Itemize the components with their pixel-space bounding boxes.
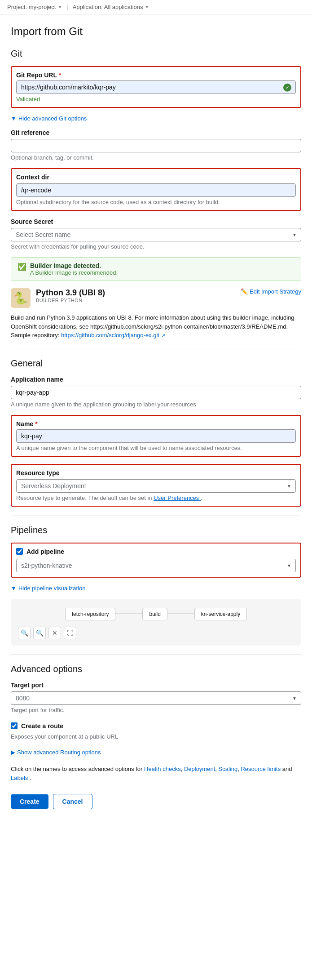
pipeline-select[interactable]: s2i-python-knative	[16, 559, 296, 572]
pipeline-node-build: build	[142, 608, 167, 620]
source-secret-help: Secret with credentials for pulling your…	[11, 243, 301, 250]
zoom-in-button[interactable]: 🔍	[18, 627, 31, 639]
pipeline-node-apply: kn-service-apply	[194, 608, 247, 620]
pipeline-node-fetch: fetch-repository	[65, 608, 116, 620]
cancel-button[interactable]: Cancel	[53, 794, 92, 809]
pipeline-viz-chevron-icon: ▼	[11, 585, 17, 592]
target-port-section: Target port 8080 Target port for traffic…	[11, 682, 301, 713]
health-checks-link[interactable]: Health checks	[144, 766, 181, 772]
source-secret-select[interactable]: Select Secret name	[11, 228, 301, 241]
project-chevron-icon: ▼	[57, 4, 62, 9]
hide-pipeline-viz-label: Hide pipeline visualization	[18, 585, 86, 592]
labels-link[interactable]: Labels	[11, 775, 28, 781]
create-button[interactable]: Create	[11, 794, 48, 809]
git-repo-url-field: Git Repo URL * ✓ Validated	[11, 66, 301, 108]
general-section-title: General	[11, 358, 301, 369]
app-name-label: Application name	[11, 376, 301, 383]
divider-2	[11, 516, 301, 516]
resource-type-field: Resource type Serverless Deployment Depl…	[11, 464, 301, 507]
source-secret-field: Source Secret Select Secret name Secret …	[11, 218, 301, 250]
hide-advanced-git-link[interactable]: ▼ Hide advanced Git options	[11, 115, 301, 122]
context-dir-field: Context dir Optional subdirectory for th…	[11, 168, 301, 211]
resource-limits-link[interactable]: Resource limits	[241, 766, 281, 772]
edit-pencil-icon: ✏️	[241, 288, 248, 295]
git-repo-url-input[interactable]	[16, 80, 296, 94]
git-reference-field: Git reference Optional branch, tag, or c…	[11, 129, 301, 161]
application-selector[interactable]: Application: All applications ▼	[73, 4, 149, 10]
footer-links-section: Click on the names to access advanced op…	[11, 765, 301, 784]
show-routing-link[interactable]: ▶ Show advanced Routing options	[11, 749, 301, 756]
required-star: *	[59, 71, 61, 79]
alert-subtitle: A Builder Image is recommended.	[30, 269, 118, 276]
target-port-label: Target port	[11, 682, 301, 689]
builder-tag: BUILDER PYTHON	[36, 298, 105, 303]
page-container: Import from Git Git Git Repo URL * ✓ Val…	[0, 14, 312, 824]
resource-type-help: Resource type to generate. The default c…	[16, 494, 296, 501]
add-pipeline-row: Add pipeline	[16, 548, 296, 555]
create-route-checkbox[interactable]	[11, 722, 18, 729]
action-buttons: Create Cancel	[11, 794, 301, 809]
git-repo-url-input-wrapper: ✓	[16, 80, 296, 94]
external-link-icon: ↗	[161, 333, 165, 338]
fullscreen-button[interactable]: ⛶	[64, 627, 76, 639]
sample-link-text: https://github.com/sclorg/django-ex.git	[61, 332, 159, 339]
target-port-select[interactable]: 8080	[11, 691, 301, 705]
pipelines-section-title: Pipelines	[11, 525, 301, 535]
hide-pipeline-viz-link[interactable]: ▼ Hide pipeline visualization	[11, 585, 301, 592]
topbar: Project: my-project ▼ | Application: All…	[0, 0, 312, 14]
edit-import-strategy-label: Edit Import Strategy	[250, 288, 301, 295]
git-reference-label: Git reference	[11, 129, 301, 136]
builder-name: Python 3.9 (UBI 8)	[36, 288, 105, 298]
pipeline-connector-2	[167, 614, 194, 614]
git-section-title: Git	[11, 49, 301, 59]
builder-image-alert: ✅ Builder Image detected. A Builder Imag…	[11, 257, 301, 281]
page-title: Import from Git	[11, 25, 301, 38]
git-repo-url-label: Git Repo URL *	[16, 71, 296, 79]
alert-check-icon: ✅	[18, 263, 26, 271]
validated-check-icon: ✓	[283, 83, 291, 92]
name-field: Name * A unique name given to the compon…	[11, 415, 301, 457]
sample-repo-prefix: Sample repository:	[11, 332, 61, 339]
deployment-link[interactable]: Deployment	[184, 766, 215, 772]
user-preferences-link[interactable]: User Preferences	[154, 494, 201, 501]
divider-3	[11, 655, 301, 655]
app-name-field: Application name A unique name given to …	[11, 376, 301, 408]
create-route-section: Create a route Exposes your component at…	[11, 722, 301, 740]
add-pipeline-checkbox[interactable]	[16, 548, 23, 555]
source-secret-label: Source Secret	[11, 218, 301, 225]
resource-type-select-wrapper: Serverless Deployment Deployment Deploym…	[16, 479, 296, 493]
scaling-link[interactable]: Scaling	[219, 766, 238, 772]
project-selector[interactable]: Project: my-project ▼	[7, 4, 62, 10]
divider-1	[11, 349, 301, 349]
context-dir-label: Context dir	[16, 174, 296, 181]
create-route-help: Exposes your component at a public URL	[11, 733, 301, 740]
context-dir-input[interactable]	[16, 183, 296, 197]
fit-to-screen-button[interactable]: ✕	[48, 627, 61, 639]
advanced-section-title: Advanced options	[11, 664, 301, 674]
create-route-row: Create a route	[11, 722, 301, 730]
builder-python-icon: 🐍	[11, 288, 31, 308]
resource-type-select[interactable]: Serverless Deployment Deployment Deploym…	[16, 479, 296, 493]
target-port-help: Target port for traffic.	[11, 707, 301, 713]
pipeline-visualization: fetch-repository build kn-service-apply …	[11, 599, 301, 646]
sample-repo-link[interactable]: https://github.com/sclorg/django-ex.git …	[61, 332, 165, 339]
topbar-separator: |	[66, 4, 68, 10]
pipeline-toolbar: 🔍 🔍 ✕ ⛶	[18, 627, 294, 639]
app-name-input[interactable]	[11, 386, 301, 399]
show-routing-label: Show advanced Routing options	[17, 749, 101, 756]
application-chevron-icon: ▼	[145, 4, 149, 9]
name-required-star: *	[35, 420, 37, 428]
edit-import-strategy-link[interactable]: ✏️ Edit Import Strategy	[241, 288, 301, 295]
routing-chevron-icon: ▶	[11, 749, 15, 756]
git-reference-input[interactable]	[11, 139, 301, 152]
create-route-label: Create a route	[21, 722, 63, 730]
builder-description: Build and run Python 3.9 applications on…	[11, 313, 301, 340]
name-input[interactable]	[16, 429, 296, 443]
name-help: A unique name given to the component tha…	[16, 445, 296, 451]
alert-content: Builder Image detected. A Builder Image …	[30, 262, 118, 276]
target-port-select-wrapper: 8080	[11, 691, 301, 705]
builder-left: 🐍 Python 3.9 (UBI 8) BUILDER PYTHON	[11, 288, 105, 308]
zoom-out-button[interactable]: 🔍	[33, 627, 46, 639]
source-secret-select-wrapper: Select Secret name	[11, 228, 301, 241]
builder-card: 🐍 Python 3.9 (UBI 8) BUILDER PYTHON ✏️ E…	[11, 288, 301, 308]
